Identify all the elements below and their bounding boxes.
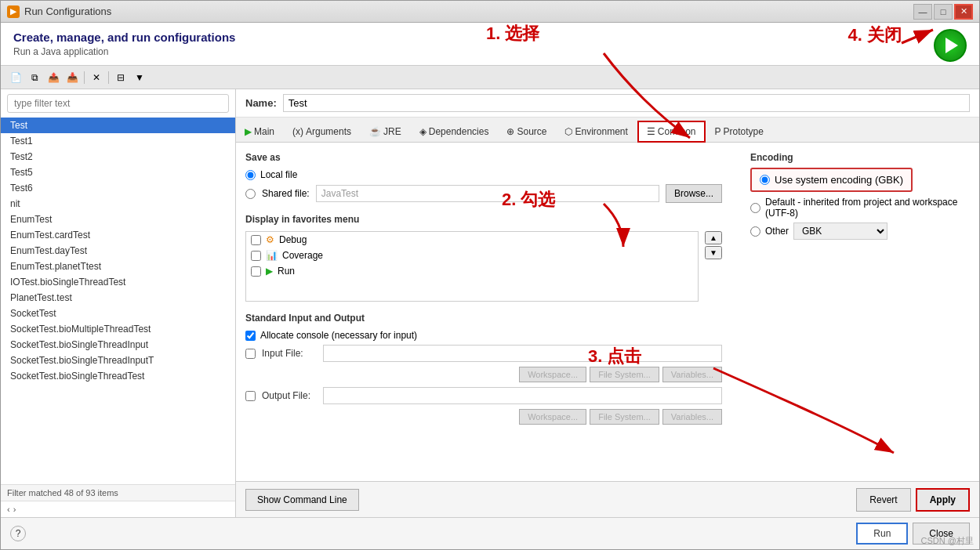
list-item[interactable]: EnumTest.cardTest [1,227,235,243]
allocate-console-checkbox[interactable]: Allocate console (necessary for input) [245,330,722,341]
main-content: Test Test1 Test2 Test5 Test6 nit EnumTes… [1,89,979,517]
list-item[interactable]: PlanetTest.test [1,290,235,306]
maximize-button[interactable]: □ [934,4,953,20]
output-filesystem-btn[interactable]: File System... [590,409,659,425]
prototype-tab-icon: P [715,126,721,137]
input-filesystem-btn[interactable]: File System... [590,367,659,382]
shared-file-radio-input[interactable] [245,189,256,199]
collapse-toolbar-btn[interactable]: ⊟ [112,69,129,86]
environment-tab-label: Environment [575,126,627,137]
left-panel: Test Test1 Test2 Test5 Test6 nit EnumTes… [1,89,236,517]
list-item[interactable]: EnumTest.dayTest [1,243,235,259]
list-item[interactable]: SocketTest.bioSingleThreadTest [1,368,235,384]
name-label: Name: [245,97,277,109]
list-item[interactable]: ▶ Run [246,263,698,279]
list-item[interactable]: Test6 [1,180,235,196]
encoding-other-select[interactable]: GBK UTF-8 ISO-8859-1 [793,223,887,240]
list-item[interactable]: SocketTest.bioSingleThreadInputT [1,353,235,368]
delete-toolbar-btn[interactable]: ✕ [88,69,105,86]
list-item[interactable]: SocketTest.bioSingleThreadInput [1,337,235,353]
tab-common[interactable]: ☰ Common [637,121,706,143]
name-input[interactable] [283,94,970,112]
list-item[interactable]: IOTest.bioSingleThreadTest [1,274,235,290]
input-file-checkbox[interactable] [245,349,256,359]
list-item[interactable]: Test5 [1,165,235,180]
tab-prototype[interactable]: P Prototype [706,121,772,142]
local-file-radio[interactable]: Local file [245,169,722,180]
import-toolbar-btn[interactable]: 📥 [64,69,81,86]
tab-arguments[interactable]: (x) Arguments [284,121,360,142]
output-variables-btn[interactable]: Variables... [662,409,722,425]
browse-button[interactable]: Browse... [666,184,722,203]
scroll-right-btn[interactable]: › [13,505,16,514]
new-config-toolbar-btn[interactable]: 📄 [7,69,24,86]
help-icon[interactable]: ? [10,526,26,541]
tab-source[interactable]: ⊕ Source [498,121,555,142]
run-checkbox[interactable] [251,266,261,277]
encoding-system-radio[interactable] [760,175,770,185]
list-item[interactable]: SocketTest.bioMultipleThreadTest [1,321,235,337]
list-item[interactable]: Test1 [1,133,235,149]
environment-tab-icon: ⬡ [564,126,572,137]
shared-file-radio[interactable]: Shared file: Browse... [245,184,722,203]
encoding-other-radio[interactable] [750,226,760,237]
duplicate-toolbar-btn[interactable]: ⧉ [26,69,43,86]
encoding-system-box: Use system encoding (GBK) [750,168,913,192]
local-file-radio-input[interactable] [245,170,256,180]
shared-file-input[interactable] [316,185,659,202]
minimize-button[interactable]: — [913,4,932,20]
filter-toolbar-btn[interactable]: ▼ [131,69,148,86]
coverage-icon: 📊 [266,250,278,261]
filter-input[interactable] [7,94,229,113]
input-file-input[interactable] [323,345,722,362]
footer-left: ? [10,526,26,541]
tree-item-test[interactable]: Test [1,118,235,133]
show-command-line-button[interactable]: Show Command Line [245,489,359,511]
encoding-other-option[interactable]: Other GBK UTF-8 ISO-8859-1 [750,223,970,240]
tree-list[interactable]: Test Test1 Test2 Test5 Test6 nit EnumTes… [1,118,235,484]
debug-checkbox[interactable] [251,235,261,245]
input-file-row: Input File: [245,345,722,362]
output-file-checkbox[interactable] [245,391,256,401]
output-file-input[interactable] [323,387,722,404]
tab-environment[interactable]: ⬡ Environment [556,121,636,142]
footer-bar: ? Run Close [1,517,979,549]
bottom-bar: Show Command Line Revert Apply [236,481,979,517]
coverage-checkbox[interactable] [251,251,261,261]
tab-main[interactable]: ▶ Main [236,121,283,142]
encoding-section: Encoding Use system encoding (GBK) Defau… [750,152,970,436]
scroll-left-btn[interactable]: ‹ [7,505,10,514]
list-item[interactable]: Test2 [1,149,235,165]
revert-button[interactable]: Revert [856,488,910,512]
bottom-right: Revert Apply [856,488,970,512]
two-column-layout: Save as Local file Shared file: [245,152,970,436]
debug-icon: ⚙ [266,234,274,245]
output-workspace-btn[interactable]: Workspace... [519,409,586,425]
allocate-console-input[interactable] [245,331,256,341]
list-item[interactable]: 📊 Coverage [246,248,698,263]
encoding-default-radio[interactable] [750,203,760,213]
input-variables-btn[interactable]: Variables... [662,367,722,382]
encoding-default-option[interactable]: Default - inherited from project and wor… [750,197,970,219]
tab-jre[interactable]: ☕ JRE [361,121,410,142]
scroll-down-btn[interactable]: ▼ [705,246,722,259]
list-item[interactable]: nit [1,196,235,212]
close-window-button[interactable]: ✕ [954,4,973,20]
list-item[interactable]: ⚙ Debug [246,232,698,248]
apply-button[interactable]: Apply [916,488,970,512]
source-tab-icon: ⊕ [506,126,514,137]
favorites-list[interactable]: ⚙ Debug 📊 Coverage [245,231,699,302]
run-button[interactable] [934,29,967,62]
scroll-up-btn[interactable]: ▲ [705,231,722,244]
title-bar-left: ▶ Run Configurations [7,5,111,18]
run-footer-button[interactable]: Run [856,523,908,545]
list-item[interactable]: EnumTest.planetTtest [1,259,235,274]
input-workspace-btn[interactable]: Workspace... [519,367,586,382]
list-item[interactable]: EnumTest [1,212,235,227]
tab-dependencies[interactable]: ◈ Dependencies [411,121,498,142]
save-as-radio-group: Local file Shared file: Browse... [245,169,722,203]
debug-label: Debug [279,234,307,245]
favorites-section: Display in favorites menu ⚙ Debug [245,214,722,302]
list-item[interactable]: SocketTest [1,306,235,321]
export-toolbar-btn[interactable]: 📤 [45,69,62,86]
